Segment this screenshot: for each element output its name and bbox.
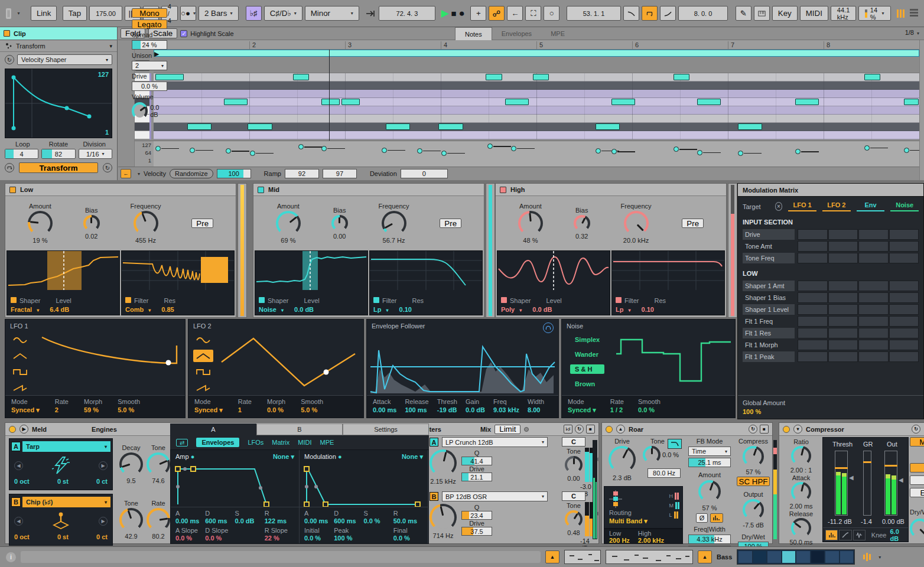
knee-value[interactable]: 6.0 dB [890, 528, 906, 542]
overview-dropdown-icon[interactable]: ▾ [879, 555, 881, 560]
matrix-cell[interactable] [858, 253, 889, 263]
matrix-cell[interactable] [798, 316, 828, 327]
session-view-toggle[interactable] [897, 9, 905, 18]
fb-amount-knob[interactable] [698, 480, 721, 503]
high-band-checkbox[interactable] [500, 187, 506, 193]
amp-d-slope[interactable]: 0.0 % [205, 535, 235, 542]
arrangement-position-field[interactable]: 72. 4. 3 [379, 6, 435, 21]
matrix-source-noise[interactable]: Noise [890, 201, 919, 211]
mix-b-tone-knob[interactable] [565, 510, 583, 528]
roar-save-icon[interactable]: ■ [760, 425, 769, 434]
velocity-marker[interactable] [190, 148, 195, 153]
low-bias-knob[interactable] [83, 215, 100, 232]
matrix-cell[interactable] [889, 229, 919, 240]
midi-note[interactable] [321, 99, 340, 105]
clip-overview-thumb-wide[interactable] [606, 550, 693, 564]
subtab-midi[interactable]: MIDI [298, 439, 311, 446]
back-to-arrangement-button[interactable]: ← [507, 6, 523, 21]
midi-note[interactable] [596, 123, 620, 130]
velocity-marker[interactable] [674, 146, 679, 152]
deviation-field[interactable]: 0 [401, 169, 448, 178]
play-button[interactable]: ▶ [441, 6, 448, 21]
high-amount-knob[interactable] [518, 211, 543, 236]
velocity-marker[interactable] [738, 151, 743, 156]
envf-gain[interactable]: 0.0 dB [466, 406, 485, 413]
mod-final[interactable]: 0.0 % [393, 535, 423, 542]
crossfade-a-button[interactable]: C [562, 437, 585, 447]
envf-freq[interactable]: 9.03 kHz [493, 406, 519, 413]
scale-mode-toggle[interactable]: ♭♯ [246, 6, 262, 21]
tab-mpe[interactable]: MPE [541, 27, 574, 40]
engine-b-rate-knob[interactable] [147, 508, 170, 532]
engine-a-st[interactable]: 0 st [57, 478, 69, 485]
meld-tab-b[interactable]: B [256, 423, 343, 435]
matrix-cell[interactable] [889, 281, 919, 291]
matrix-cell[interactable] [858, 340, 889, 350]
low-band-checkbox[interactable] [9, 187, 16, 193]
ratio-knob[interactable] [791, 446, 811, 466]
filter-b-type-selector[interactable]: BP 12dB OSR▾ [442, 491, 548, 501]
loop-length-field[interactable]: 8. 0. 0 [678, 6, 728, 21]
rms-button[interactable]: RMS [910, 475, 924, 485]
midi-note[interactable] [505, 99, 529, 105]
meld-tab-a[interactable]: A [170, 423, 256, 435]
scale-name-selector[interactable]: Minor▾ [305, 6, 359, 21]
global-amount-value[interactable]: 100 % [743, 408, 919, 415]
engine-b-tone-knob[interactable] [119, 508, 143, 532]
lfo1-mode[interactable]: Synced ▾ [11, 406, 40, 414]
compressor-activator-led[interactable] [783, 426, 790, 433]
crossover-high-value[interactable]: 2.00 kHz [638, 537, 664, 544]
collapse-caret-icon[interactable]: ▾ [109, 43, 112, 49]
amp-envelope[interactable]: Amp ● None ▾ A0.00 ms D600 ms S0.0 dB R1… [171, 450, 300, 543]
amp-envelope-graph[interactable] [173, 463, 296, 507]
release-knob[interactable] [791, 518, 811, 538]
sine-wave-icon[interactable] [10, 334, 30, 346]
attack-knob[interactable] [791, 482, 811, 502]
note-grid[interactable] [154, 73, 919, 139]
high-res-value[interactable]: 0.10 [642, 306, 654, 313]
link-button[interactable]: Link [31, 6, 57, 21]
randomize-amount-field[interactable]: 100 [217, 169, 251, 178]
record-button[interactable]: ● [459, 6, 465, 21]
fb-spectrum-button[interactable] [710, 513, 723, 523]
velocity-marker[interactable] [441, 151, 447, 156]
matrix-cell[interactable] [828, 281, 858, 291]
amp-env-mod-selector[interactable]: None ▾ [273, 453, 294, 461]
transform-refresh-icon[interactable]: ↻ [5, 55, 14, 64]
mid-band-checkbox[interactable] [258, 187, 264, 193]
transform-redo-icon[interactable]: ↻ [103, 163, 112, 172]
matrix-cell[interactable] [889, 292, 919, 303]
matrix-cell[interactable] [828, 304, 858, 315]
roar-compress-knob[interactable] [743, 446, 764, 467]
output-value[interactable]: 0.00 dB [882, 518, 905, 525]
transform-section-header[interactable]: Transform ▾ [0, 40, 117, 52]
black-key[interactable] [135, 123, 149, 131]
midi-note[interactable] [611, 99, 635, 105]
peak-button[interactable]: Peak [910, 463, 924, 472]
noise-type-simplex[interactable]: Simplex [570, 335, 604, 344]
velocity-marker[interactable] [611, 149, 617, 154]
ramp-start-field[interactable]: 92 [285, 169, 319, 178]
midi-note[interactable] [386, 123, 410, 130]
matrix-cell[interactable] [858, 229, 889, 240]
spread-field[interactable]: 24 % [132, 40, 167, 50]
matrix-cell[interactable] [889, 241, 919, 252]
matrix-cell[interactable] [828, 351, 858, 362]
draw-mode-button[interactable]: ✎ [736, 6, 751, 21]
punch-out-icon[interactable] [660, 6, 676, 21]
subtab-mpe[interactable]: MPE [320, 439, 334, 446]
mod-env-mod-selector[interactable]: None ▾ [402, 453, 423, 461]
matrix-cell[interactable] [889, 304, 919, 315]
velocity-marker[interactable] [321, 146, 327, 151]
ramp-end-field[interactable]: 97 [323, 169, 357, 178]
midi-note[interactable] [438, 123, 463, 130]
roar-collapse-icon[interactable]: ▲ [616, 425, 625, 434]
high-pre-button[interactable]: Pre [682, 219, 704, 228]
session-record-button[interactable]: ○ [544, 6, 559, 21]
velocity-marker[interactable] [298, 144, 304, 149]
matrix-source-lfo2[interactable]: LFO 2 [822, 201, 851, 211]
envf-width[interactable]: 8.00 [528, 406, 544, 413]
roar-drive-knob[interactable] [609, 446, 636, 473]
engine-a-next-icon[interactable]: ▶ [99, 461, 108, 470]
noise-type-sh[interactable]: S & H [570, 364, 604, 374]
